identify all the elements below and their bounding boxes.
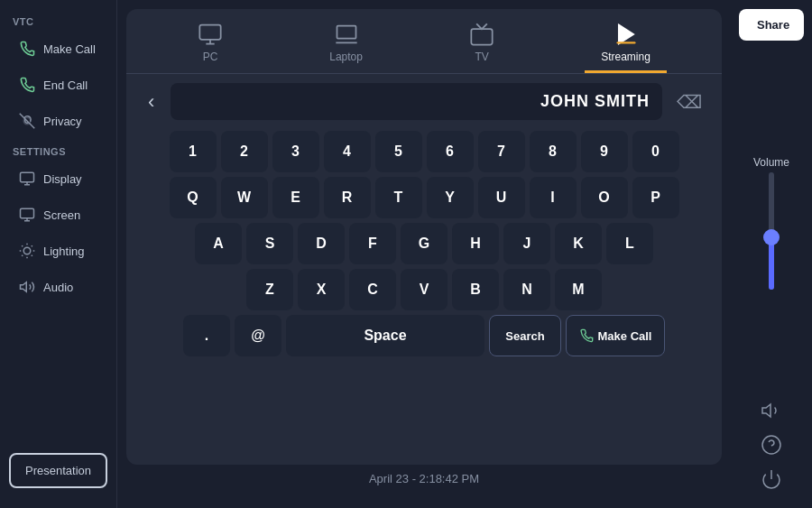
key-b[interactable]: B — [452, 269, 499, 310]
tab-laptop-label: Laptop — [329, 51, 363, 63]
svg-marker-25 — [762, 404, 770, 417]
svg-line-12 — [32, 255, 32, 256]
key-e[interactable]: E — [272, 177, 319, 218]
svg-rect-2 — [21, 172, 34, 182]
key-7[interactable]: 7 — [478, 131, 525, 172]
svg-line-16 — [32, 245, 32, 246]
key-space[interactable]: Space — [286, 315, 484, 356]
keyboard-area: 1 2 3 4 5 6 7 8 9 0 Q W E R T Y U I — [126, 127, 722, 360]
key-g[interactable]: G — [401, 223, 448, 264]
key-w[interactable]: W — [221, 177, 268, 218]
tab-pc[interactable]: PC — [181, 16, 239, 73]
key-at[interactable]: @ — [235, 315, 281, 356]
svg-marker-23 — [618, 25, 632, 44]
tab-tv[interactable]: TV — [453, 16, 511, 73]
key-row-qwerty: Q W E R T Y U I O P — [139, 177, 709, 218]
volume-icon-button[interactable] — [761, 400, 782, 421]
dial-input[interactable] — [171, 83, 662, 120]
source-tabs: PC Laptop TV Streaming — [126, 9, 722, 74]
key-a[interactable]: A — [195, 223, 242, 264]
key-t[interactable]: T — [375, 177, 422, 218]
display-icon — [18, 170, 36, 188]
key-6[interactable]: 6 — [427, 131, 474, 172]
key-v[interactable]: V — [401, 269, 448, 310]
sidebar-item-lighting[interactable]: Lighting — [5, 234, 111, 268]
privacy-icon — [18, 112, 36, 130]
volume-thumb[interactable] — [763, 229, 780, 245]
key-row-zxcv: Z X C V B N M — [139, 269, 709, 310]
sidebar-item-end-call[interactable]: End Call — [5, 68, 111, 102]
tab-streaming-label: Streaming — [601, 51, 651, 63]
search-button[interactable]: Search — [489, 315, 561, 356]
sidebar-item-end-call-label: End Call — [43, 79, 88, 92]
svg-rect-18 — [199, 25, 220, 40]
key-u[interactable]: U — [478, 177, 525, 218]
sidebar-item-make-call-label: Make Call — [43, 42, 96, 56]
help-icon — [761, 434, 782, 456]
sidebar: VTC Make Call End Call Privacy Settings … — [0, 0, 117, 508]
sidebar-item-display-label: Display — [43, 172, 82, 186]
svg-line-11 — [22, 245, 23, 246]
key-y[interactable]: Y — [427, 177, 474, 218]
help-button[interactable] — [761, 434, 782, 456]
sidebar-item-make-call[interactable]: Make Call — [5, 32, 111, 66]
volume-speaker-icon — [761, 400, 782, 421]
key-d[interactable]: D — [298, 223, 345, 264]
main-area: PC Laptop TV Streaming ‹ ⌫ — [117, 0, 731, 508]
key-n[interactable]: N — [503, 269, 550, 310]
sidebar-item-audio[interactable]: Audio — [5, 270, 111, 304]
key-0[interactable]: 0 — [632, 131, 679, 172]
key-9[interactable]: 9 — [581, 131, 628, 172]
back-button[interactable]: ‹ — [141, 90, 161, 114]
key-3[interactable]: 3 — [272, 131, 319, 172]
sidebar-item-privacy[interactable]: Privacy — [5, 104, 111, 138]
call-key-icon — [579, 328, 594, 343]
key-dot[interactable]: . — [183, 315, 230, 356]
key-i[interactable]: I — [530, 177, 577, 218]
key-k[interactable]: K — [555, 223, 602, 264]
key-s[interactable]: S — [246, 223, 293, 264]
key-row-special: . @ Space Search Make Call — [139, 315, 709, 356]
svg-rect-24 — [616, 42, 635, 43]
sidebar-item-screen[interactable]: Screen — [5, 198, 111, 232]
key-1[interactable]: 1 — [170, 131, 217, 172]
svg-point-8 — [23, 247, 31, 254]
volume-track[interactable] — [769, 172, 774, 290]
key-c[interactable]: C — [349, 269, 396, 310]
power-button[interactable] — [761, 468, 782, 490]
key-z[interactable]: Z — [246, 269, 293, 310]
vtc-section-label: VTC — [0, 9, 116, 31]
make-call-button[interactable]: Make Call — [566, 315, 665, 356]
key-f[interactable]: F — [349, 223, 396, 264]
key-j[interactable]: J — [503, 223, 550, 264]
tab-tv-label: TV — [475, 51, 488, 63]
sidebar-item-display[interactable]: Display — [5, 162, 111, 196]
key-o[interactable]: O — [581, 177, 628, 218]
share-button[interactable]: Share — [739, 9, 804, 41]
key-8[interactable]: 8 — [530, 131, 577, 172]
key-p[interactable]: P — [632, 177, 679, 218]
key-2[interactable]: 2 — [221, 131, 268, 172]
lighting-icon — [18, 242, 36, 260]
input-row: ‹ ⌫ — [126, 74, 722, 127]
key-5[interactable]: 5 — [375, 131, 422, 172]
key-4[interactable]: 4 — [324, 131, 371, 172]
key-x[interactable]: X — [298, 269, 345, 310]
volume-container: Volume — [753, 46, 789, 394]
key-h[interactable]: H — [452, 223, 499, 264]
backspace-button[interactable]: ⌫ — [671, 91, 707, 113]
sidebar-item-screen-label: Screen — [43, 208, 80, 222]
tab-pc-label: PC — [203, 51, 218, 63]
svg-rect-21 — [337, 26, 355, 39]
key-m[interactable]: M — [555, 269, 602, 310]
right-panel: Share Volume — [731, 0, 812, 508]
key-l[interactable]: L — [606, 223, 653, 264]
sidebar-item-audio-label: Audio — [43, 281, 73, 294]
presentation-button[interactable]: Presentation — [9, 453, 107, 488]
sidebar-item-lighting-label: Lighting — [43, 245, 85, 258]
key-q[interactable]: Q — [170, 177, 217, 218]
tab-streaming[interactable]: Streaming — [585, 16, 667, 73]
key-r[interactable]: R — [324, 177, 371, 218]
svg-line-15 — [22, 255, 23, 256]
tab-laptop[interactable]: Laptop — [313, 16, 379, 73]
